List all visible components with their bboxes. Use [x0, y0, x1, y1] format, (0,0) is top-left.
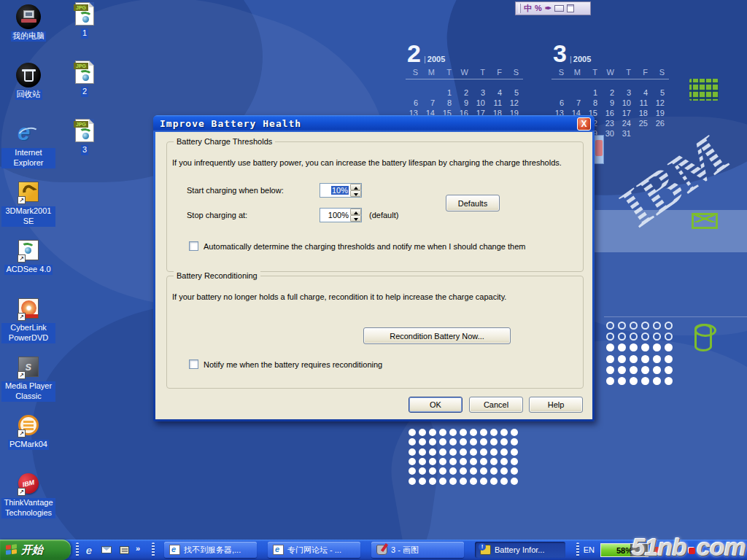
desktop-icon-my-computer[interactable]: 我的电脑 [1, 4, 55, 42]
pen-icon[interactable]: ✒ [545, 4, 551, 12]
wallpaper-dot [429, 478, 436, 485]
spinner-value[interactable]: 100% [320, 211, 350, 219]
calendar-day [422, 88, 439, 98]
start-button[interactable]: 开始 [0, 540, 71, 560]
wallpaper-dot [429, 429, 436, 436]
spinner-value[interactable]: 10% [320, 186, 350, 195]
ime-mode-icon[interactable]: % [535, 4, 542, 12]
desktop-icon-internet-explorer[interactable]: eInternet Explorer [1, 121, 55, 168]
language-bar[interactable]: 中 % ✒ [515, 1, 591, 15]
close-icon[interactable]: X [577, 117, 591, 131]
outlook-express-icon[interactable] [99, 542, 114, 557]
shortcut-arrow-icon: ↗ [18, 313, 26, 321]
calendar-day: 25 [635, 119, 652, 129]
taskbar-button-3[interactable]: 3 - 画图 [371, 542, 464, 558]
calendar-day [635, 129, 652, 139]
taskbar-button-2[interactable]: 专门网论坛 - ... [268, 542, 360, 558]
auto-thresholds-checkbox[interactable] [189, 241, 198, 251]
desktop-icon-jpg-file-2[interactable]: JPG2 [67, 60, 102, 97]
wallpaper-dot [460, 429, 467, 436]
wallpaper-dot [606, 322, 614, 330]
tray-grip [576, 542, 579, 557]
menu-icon[interactable] [567, 4, 574, 12]
calendar-day-header: M [422, 68, 439, 78]
desktop-icon-pcmark04[interactable]: ↗PCMark04 [1, 413, 55, 450]
wallpaper-dot [606, 366, 614, 374]
calendar-divider [406, 79, 523, 79]
desktop-icon-acdsee-4-0[interactable]: ↗ACDSee 4.0 [1, 238, 55, 275]
wallpaper-dot [641, 355, 649, 363]
wallpaper-dot [511, 458, 518, 465]
defaults-button[interactable]: Defaults [446, 195, 500, 211]
group-title: Battery Charge Thresholds [174, 137, 275, 146]
stop-charging-spinner[interactable]: 100% [320, 208, 362, 222]
taskbar-button-4[interactable]: Battery Infor... [475, 542, 565, 558]
desktop-icon-label: 我的电脑 [11, 31, 46, 42]
start-charging-label: Start charging when below: [187, 186, 284, 195]
calendar-day: 3 [473, 88, 489, 98]
desktop-icon-3dmark2001-se[interactable]: ↗3DMark2001 SE [1, 179, 55, 227]
quick-launch-chevron[interactable]: » [136, 544, 140, 553]
desktop-icon-cyberlink-powerdvd[interactable]: ↗CyberLink PowerDVD [1, 296, 55, 343]
icon-art [16, 4, 41, 29]
wallpaper-dot [641, 366, 649, 374]
show-desktop-icon[interactable] [117, 542, 131, 557]
calendar-year: 2005 [570, 55, 591, 63]
taskbar-button-1[interactable]: 找不到服务器,... [164, 542, 257, 558]
wallpaper-dot [665, 322, 673, 330]
calendar-day: 3 [619, 88, 635, 98]
wallpaper-dot [419, 448, 426, 456]
desktop-icon-thinkvantage-technologies[interactable]: IBM↗ThinkVantage Technologies [1, 471, 55, 518]
help-button[interactable]: Help [529, 397, 583, 413]
internet-explorer-icon[interactable]: e [82, 542, 96, 557]
taskbar-grip[interactable] [76, 542, 79, 557]
keyboard-icon[interactable] [554, 5, 564, 12]
calendar-divider [551, 79, 669, 79]
recycle-bin-icon [16, 63, 41, 88]
spinner-up-icon[interactable] [350, 209, 361, 215]
calendar-day: 12 [506, 98, 523, 109]
notify-reconditioning-checkbox[interactable] [189, 359, 198, 369]
icon-art: IBM↗ [16, 471, 41, 496]
calendar-day: 5 [506, 88, 523, 98]
my-computer-icon [16, 4, 41, 29]
start-charging-spinner[interactable]: 10% [320, 183, 362, 198]
recondition-battery-now-button[interactable]: Recondition Battery Now... [363, 327, 511, 344]
wallpaper-dot [470, 458, 477, 465]
battery-icon [480, 545, 491, 555]
calendar-day-header: W [602, 68, 619, 78]
icon-art: ↗ [16, 296, 41, 321]
ok-button[interactable]: OK [409, 397, 462, 413]
ime-chinese-icon[interactable]: 中 [524, 4, 532, 12]
langbar-grip[interactable] [519, 4, 521, 13]
dialog-titlebar[interactable]: Improve Battery Health X [153, 115, 595, 132]
wallpaper-dot [409, 448, 416, 456]
calendar-day: 6 [406, 98, 422, 109]
calendar-day: 11 [489, 98, 506, 109]
desktop-icon-media-player-classic[interactable]: s↗Media Player Classic [1, 354, 55, 402]
taskbar-button-label: Battery Infor... [495, 545, 544, 554]
language-indicator[interactable]: EN [584, 545, 595, 554]
wallpaper-dot [480, 458, 487, 465]
wallpaper-dot [439, 448, 446, 456]
icon-art: ↗ [16, 179, 41, 204]
taskbar-grip[interactable] [152, 542, 155, 557]
wallpaper-dot [470, 478, 477, 485]
calendar-day: 26 [652, 119, 669, 129]
cancel-button[interactable]: Cancel [469, 397, 523, 413]
calendar-day: 8 [439, 98, 456, 109]
spinner-down-icon[interactable] [350, 190, 361, 197]
windows-logo-icon [6, 544, 18, 556]
spinner-down-icon[interactable] [350, 215, 361, 222]
wallpaper-dot [665, 366, 673, 374]
spinner-up-icon[interactable] [350, 184, 361, 190]
desktop-icon-label: 回收站 [15, 90, 42, 100]
calendar-day [652, 129, 669, 139]
calendar-day-header: S [551, 68, 568, 78]
group-title: Battery Reconditioning [174, 271, 260, 280]
desktop-icon-jpg-file-1[interactable]: JPG1 [67, 1, 102, 39]
desktop-icon-recycle-bin[interactable]: 回收站 [1, 63, 55, 100]
desktop-icon-label: Media Player Classic [1, 381, 55, 402]
calendar-day: 16 [602, 109, 619, 119]
desktop-icon-jpg-file-3[interactable]: JPG3 [67, 118, 102, 155]
